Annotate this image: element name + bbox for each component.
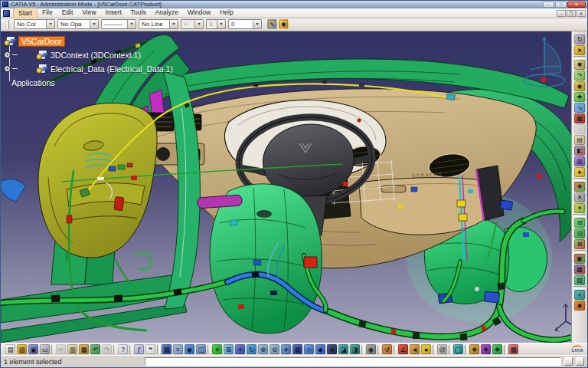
paste-icon[interactable]: ▦ xyxy=(79,344,89,354)
toolbar-separator[interactable] xyxy=(573,214,586,217)
toolbar-separator[interactable] xyxy=(113,345,116,354)
toolbar-separator[interactable] xyxy=(504,345,507,354)
publish-icon[interactable]: ◫ xyxy=(196,344,206,354)
lock-icon[interactable]: ● xyxy=(421,344,431,354)
protection-icon[interactable]: ▦ xyxy=(574,113,585,123)
toolbar-separator[interactable] xyxy=(573,178,586,181)
menu-item[interactable]: File xyxy=(38,8,57,18)
measure-icon[interactable]: ∠ xyxy=(398,344,408,354)
rotate-icon[interactable]: ↻ xyxy=(247,344,256,354)
menu-item[interactable]: Start xyxy=(13,8,38,18)
arrange-arrows-icon[interactable]: ✶ xyxy=(574,203,585,213)
layer-combo[interactable]: 0 ▾ xyxy=(228,19,262,29)
camera-icon[interactable]: ◉ xyxy=(366,344,376,354)
render-style-combo[interactable]: 3 ▾ xyxy=(206,19,226,29)
chevron-down-icon[interactable]: ▾ xyxy=(90,20,98,28)
fill-color-combo[interactable]: No Col ▾ xyxy=(14,19,55,29)
material-purple-icon[interactable]: ❖ xyxy=(481,344,491,354)
toolbar-separator[interactable] xyxy=(377,345,381,354)
redo-icon[interactable]: ↷ xyxy=(102,344,112,354)
toolbar-grip[interactable] xyxy=(7,20,9,29)
viewport-3d[interactable]: STRATUS xyxy=(1,31,587,343)
undo-icon[interactable]: ↶ xyxy=(90,344,100,354)
opacity-combo[interactable]: No Opa ▾ xyxy=(57,19,99,29)
cubes-cluster-icon[interactable]: ▣ xyxy=(574,254,585,264)
toolbar-separator[interactable] xyxy=(361,345,364,354)
toolbar-separator[interactable] xyxy=(433,345,436,354)
material-green-icon[interactable]: ❖ xyxy=(492,344,502,354)
status-button-2[interactable] xyxy=(576,357,584,366)
toolbar-separator[interactable] xyxy=(129,345,132,354)
toolbar-separator[interactable] xyxy=(465,345,468,354)
shading-icon[interactable]: ◆ xyxy=(315,344,325,354)
save-icon[interactable]: ▣ xyxy=(28,344,38,354)
cut-icon[interactable]: ✂ xyxy=(56,344,66,354)
part-flag-icon[interactable]: ⊠ xyxy=(574,239,585,249)
toolbar-separator[interactable] xyxy=(207,345,211,354)
point-symbol-combo[interactable]: × ▾ xyxy=(181,19,204,29)
material-gold-icon[interactable]: ❖ xyxy=(469,344,479,354)
tree-item-electrical-data[interactable]: Electrical_Data (Electrical_Data.1) xyxy=(51,64,173,74)
tree-item-3dcontext[interactable]: 3DContext (3DContext.1) xyxy=(51,51,141,60)
comment-icon[interactable]: ❝ xyxy=(145,344,155,354)
minimize-button[interactable]: – xyxy=(543,2,554,8)
chevron-down-icon[interactable]: ▾ xyxy=(217,20,225,28)
globe-icon[interactable]: ◉ xyxy=(185,344,194,354)
normal-view-icon[interactable]: ✈ xyxy=(281,344,291,354)
assembly-icon[interactable]: ◧ xyxy=(574,146,585,156)
sheet-tool-icon[interactable]: ▧ xyxy=(574,275,585,285)
line-weight-combo[interactable]: No Line ▾ xyxy=(139,19,178,29)
grid-icon[interactable]: ▦ xyxy=(508,344,518,354)
toolbar-separator[interactable] xyxy=(449,345,452,354)
at-symbol-icon[interactable]: @ xyxy=(437,344,447,354)
geometry-bundle-icon[interactable]: ✱ xyxy=(574,60,585,70)
toolbar-separator[interactable] xyxy=(573,250,586,253)
turntable-icon[interactable]: ↺ xyxy=(382,344,392,354)
close-button[interactable]: ✕ xyxy=(567,2,586,8)
ball-catalog-icon[interactable]: ◉ xyxy=(574,301,585,310)
chevron-down-icon[interactable]: ▾ xyxy=(127,20,136,28)
connector-cluster-icon[interactable]: ❖ xyxy=(574,182,585,192)
iso-view-icon[interactable]: ◇ xyxy=(304,344,314,354)
toolbar-separator[interactable] xyxy=(573,56,586,59)
multi-branchable-icon[interactable]: ◉ xyxy=(574,81,585,91)
chevron-down-icon[interactable]: ▾ xyxy=(253,20,261,28)
shell-tool-icon[interactable]: ◗ xyxy=(574,290,585,300)
compass-origin[interactable] xyxy=(541,77,546,82)
document-icon[interactable] xyxy=(3,10,10,17)
mdi-restore-button[interactable]: ❐ xyxy=(567,10,576,17)
open-folder-icon[interactable]: ▨ xyxy=(17,344,27,354)
mdi-minimize-button[interactable]: – xyxy=(557,10,566,17)
view-mode-icon[interactable]: ↻ xyxy=(574,34,585,44)
tree-expand-node[interactable]: + xyxy=(4,51,11,58)
ellipse-tool-icon[interactable]: ◯ xyxy=(453,344,463,354)
fly-mode-icon[interactable]: ✳ xyxy=(212,344,222,354)
status-button-1[interactable] xyxy=(564,357,573,366)
red-connector[interactable] xyxy=(304,257,317,268)
calculator-icon[interactable]: ▦ xyxy=(162,344,172,354)
tree-item-applications[interactable]: Applications xyxy=(11,78,55,87)
formula-fx-icon[interactable]: ƒ xyxy=(134,344,144,354)
chevron-down-icon[interactable]: ▾ xyxy=(169,20,178,28)
bundle-segment-icon[interactable]: ↷ xyxy=(574,71,585,80)
menu-item[interactable]: Tools xyxy=(126,8,151,18)
menu-item[interactable]: Insert xyxy=(101,8,126,18)
toolbar-separator[interactable] xyxy=(394,345,397,354)
shading-edges-icon[interactable]: ◈ xyxy=(327,344,337,354)
new-document-icon[interactable]: ▤ xyxy=(5,344,15,354)
line-type-combo[interactable]: ——— ▾ xyxy=(101,19,136,29)
copy-icon[interactable]: ▥ xyxy=(67,344,77,354)
whats-this-icon[interactable]: ? xyxy=(118,344,128,354)
tree-item-v5cardoor[interactable]: V5CarDoor xyxy=(18,36,65,47)
zoom-in-icon[interactable]: ⊕ xyxy=(258,344,268,354)
tree-expand-node[interactable]: + xyxy=(4,65,11,72)
mdi-close-button[interactable]: ✕ xyxy=(577,10,586,17)
chevron-down-icon[interactable]: ▾ xyxy=(194,20,203,28)
announce-icon[interactable]: ◄ xyxy=(410,344,420,354)
axis-tool-icon[interactable]: ✕ xyxy=(574,192,585,202)
part-arrow-icon[interactable]: ⊡ xyxy=(574,228,585,238)
menu-item[interactable]: Help xyxy=(215,8,237,18)
structure-icon[interactable]: ≡ xyxy=(173,344,183,354)
pan-icon[interactable]: ✛ xyxy=(235,344,245,354)
toolbar-separator[interactable] xyxy=(573,286,586,289)
